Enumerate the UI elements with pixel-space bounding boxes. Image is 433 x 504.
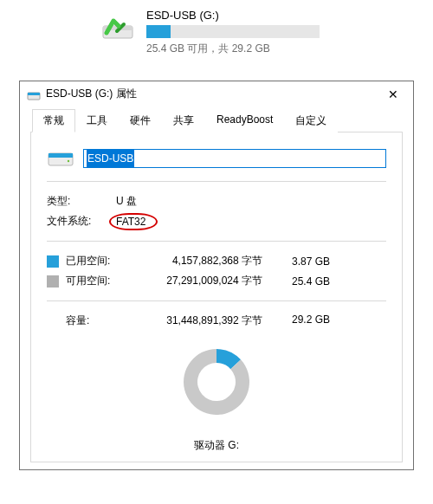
drive-summary: ESD-USB (G:) 25.4 GB 可用，共 29.2 GB [0,0,433,56]
tab-sharing[interactable]: 共享 [162,109,205,132]
svg-point-6 [68,160,69,162]
free-human: 25.4 GB [278,275,330,288]
svg-rect-5 [48,153,73,158]
tab-general[interactable]: 常规 [32,109,75,132]
drive-icon [100,9,136,45]
close-button[interactable]: ✕ [380,87,406,101]
volume-icon [47,148,74,169]
filesystem-label: 文件系统: [47,214,116,229]
capacity-bytes: 31,448,891,392 字节 [144,313,278,328]
tab-readyboost[interactable]: ReadyBoost [205,109,284,132]
volume-name-value: ESD-USB [87,150,134,167]
drive-small-icon [27,87,41,101]
tab-hardware[interactable]: 硬件 [119,109,162,132]
used-bytes: 4,157,882,368 字节 [144,254,278,268]
filesystem-value: FAT32 [116,216,145,228]
volume-name-input[interactable]: ESD-USB [83,149,386,168]
divider [47,181,386,182]
type-value: U 盘 [116,194,137,209]
divider [47,241,386,242]
free-swatch [47,275,59,288]
free-label: 可用空间: [66,274,144,288]
divider [47,300,386,301]
type-label: 类型: [47,194,116,209]
dialog-title: ESD-USB (G:) 属性 [46,87,380,101]
storage-progress-fill [146,25,171,38]
properties-dialog: ESD-USB (G:) 属性 ✕ 常规 工具 硬件 共享 ReadyBoost… [19,81,414,470]
svg-rect-3 [28,93,40,95]
drive-name: ESD-USB (G:) [146,9,433,22]
capacity-label: 容量: [47,313,144,328]
used-label: 已用空间: [66,254,144,268]
drive-usage-text: 25.4 GB 可用，共 29.2 GB [146,42,433,56]
used-human: 3.87 GB [278,255,330,268]
usage-donut-chart [173,339,260,425]
free-bytes: 27,291,009,024 字节 [144,274,278,288]
tab-tools[interactable]: 工具 [75,109,119,132]
donut-caption: 驱动器 G: [47,438,386,453]
tab-customize[interactable]: 自定义 [284,109,338,132]
capacity-human: 29.2 GB [278,313,330,328]
storage-progress [146,25,320,38]
used-swatch [47,255,59,268]
tab-panel-general: ESD-USB 类型: U 盘 文件系统: FAT32 已用空间: 4,157,… [30,132,403,462]
tab-strip: 常规 工具 硬件 共享 ReadyBoost 自定义 [30,109,403,132]
titlebar: ESD-USB (G:) 属性 ✕ [20,81,413,108]
